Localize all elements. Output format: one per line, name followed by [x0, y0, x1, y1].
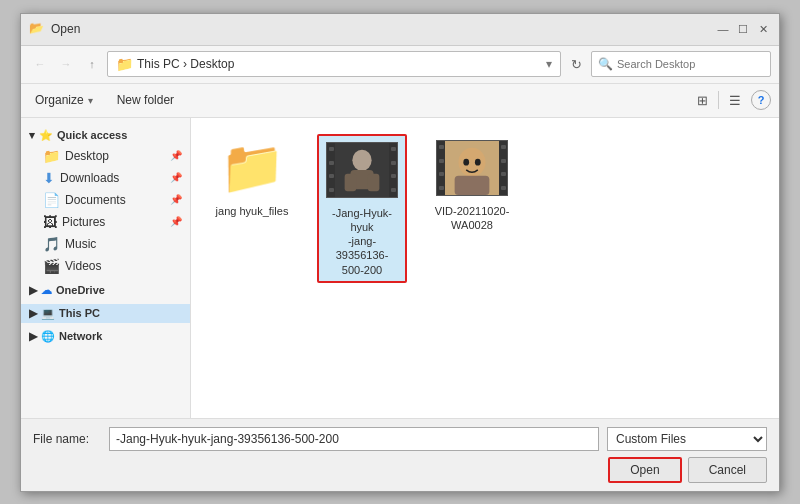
sidebar-item-label: Music — [65, 237, 96, 251]
pin-icon-downloads: 📌 — [170, 172, 182, 183]
folder-thumbnail: 📁 — [216, 138, 288, 198]
onedrive-expand-icon: ▶ — [29, 284, 37, 297]
network-expand-icon: ▶ — [29, 330, 37, 343]
dialog-title: Open — [51, 22, 80, 36]
video-label-selected: -Jang-Hyuk-hyuk-jang-39356136-500-200 — [323, 206, 401, 277]
film-strip-left — [327, 143, 335, 197]
sidebar-item-documents[interactable]: 📄 Documents 📌 — [21, 189, 190, 211]
sidebar-item-label: Videos — [65, 259, 101, 273]
film-strip-right-2 — [499, 141, 507, 195]
filename-label: File name: — [33, 432, 101, 446]
downloads-icon: ⬇ — [43, 170, 55, 186]
help-button[interactable]: ? — [751, 90, 771, 110]
open-button[interactable]: Open — [608, 457, 681, 483]
film-strip-right — [389, 143, 397, 197]
organize-dropdown-icon: ▾ — [88, 95, 93, 106]
svg-rect-3 — [345, 173, 357, 190]
pictures-icon: 🖼 — [43, 214, 57, 230]
pin-icon: 📌 — [170, 150, 182, 161]
sidebar: ▾ ⭐ Quick access 📁 Desktop 📌 ⬇ Downloads… — [21, 118, 191, 418]
file-area: 📁 jang hyuk_files — [191, 118, 779, 418]
onedrive-label: OneDrive — [56, 284, 105, 296]
svg-point-8 — [475, 158, 481, 165]
filename-input[interactable] — [109, 427, 599, 451]
music-icon: 🎵 — [43, 236, 60, 252]
sidebar-item-label: Pictures — [62, 215, 105, 229]
back-button[interactable]: ← — [29, 53, 51, 75]
sidebar-item-label: Downloads — [60, 171, 119, 185]
videos-icon: 🎬 — [43, 258, 60, 274]
file-item-vid-20211020[interactable]: VID-20211020-WA0028 — [427, 134, 517, 237]
sidebar-item-music[interactable]: 🎵 Music — [21, 233, 190, 255]
search-input[interactable] — [617, 58, 764, 70]
svg-rect-4 — [368, 173, 380, 190]
breadcrumb-dropdown[interactable]: ▾ — [546, 57, 552, 71]
video-thumbnail-selected — [326, 140, 398, 200]
folder-label: jang hyuk_files — [216, 204, 289, 218]
pin-icon-documents: 📌 — [170, 194, 182, 205]
content-area: ▾ ⭐ Quick access 📁 Desktop 📌 ⬇ Downloads… — [21, 118, 779, 418]
this-pc-icon: 💻 — [41, 307, 55, 320]
sidebar-item-videos[interactable]: 🎬 Videos — [21, 255, 190, 277]
cancel-button[interactable]: Cancel — [688, 457, 767, 483]
view-grid-button[interactable]: ⊞ — [690, 88, 714, 112]
video-frame-2 — [445, 141, 499, 195]
video-frame — [335, 143, 389, 197]
video-label-2: VID-20211020-WA0028 — [431, 204, 513, 233]
new-folder-button[interactable]: New folder — [111, 91, 180, 109]
film-strip-left-2 — [437, 141, 445, 195]
file-item-folder[interactable]: 📁 jang hyuk_files — [207, 134, 297, 222]
up-button[interactable]: ↑ — [81, 53, 103, 75]
svg-point-7 — [463, 158, 469, 165]
view-separator — [718, 91, 719, 109]
sidebar-item-label: Desktop — [65, 149, 109, 163]
breadcrumb-path: This PC › Desktop — [137, 57, 542, 71]
navigation-bar: ← → ↑ 📁 This PC › Desktop ▾ ↻ 🔍 — [21, 46, 779, 84]
dialog-icon: 📂 — [29, 21, 45, 37]
network-icon: 🌐 — [41, 330, 55, 343]
close-button[interactable]: ✕ — [755, 21, 771, 37]
filename-row: File name: Custom Files — [33, 427, 767, 451]
organize-button[interactable]: Organize ▾ — [29, 91, 99, 109]
pin-icon-pictures: 📌 — [170, 216, 182, 227]
quick-access-label: Quick access — [57, 129, 127, 141]
sidebar-item-label: Documents — [65, 193, 126, 207]
forward-button[interactable]: → — [55, 53, 77, 75]
sidebar-header-this-pc[interactable]: ▶ 💻 This PC — [21, 304, 190, 323]
sidebar-item-downloads[interactable]: ⬇ Downloads 📌 — [21, 167, 190, 189]
organize-label: Organize — [35, 93, 84, 107]
title-bar: 📂 Open — ☐ ✕ — [21, 14, 779, 46]
svg-point-1 — [352, 149, 371, 170]
quick-access-expand-icon: ▾ — [29, 129, 35, 142]
quick-access-icon: ⭐ — [39, 129, 53, 142]
minimize-button[interactable]: — — [715, 21, 731, 37]
file-item-jang-hyuk-video[interactable]: -Jang-Hyuk-hyuk-jang-39356136-500-200 — [317, 134, 407, 283]
svg-rect-9 — [455, 175, 490, 194]
this-pc-label: This PC — [59, 307, 100, 319]
sidebar-header-quick-access[interactable]: ▾ ⭐ Quick access — [21, 126, 190, 145]
refresh-button[interactable]: ↻ — [565, 53, 587, 75]
action-row: Open Cancel — [33, 457, 767, 483]
bottom-bar: File name: Custom Files Open Cancel — [21, 418, 779, 491]
search-bar: 🔍 — [591, 51, 771, 77]
sidebar-section-onedrive: ▶ ☁ OneDrive — [21, 281, 190, 300]
filetype-select[interactable]: Custom Files — [607, 427, 767, 451]
folder-icon-large: 📁 — [220, 137, 285, 198]
sidebar-header-onedrive[interactable]: ▶ ☁ OneDrive — [21, 281, 190, 300]
sidebar-item-desktop[interactable]: 📁 Desktop 📌 — [21, 145, 190, 167]
breadcrumb-bar[interactable]: 📁 This PC › Desktop ▾ — [107, 51, 561, 77]
sidebar-header-network[interactable]: ▶ 🌐 Network — [21, 327, 190, 346]
window-controls: — ☐ ✕ — [715, 21, 771, 37]
sidebar-item-pictures[interactable]: 🖼 Pictures 📌 — [21, 211, 190, 233]
maximize-button[interactable]: ☐ — [735, 21, 751, 37]
breadcrumb-folder-icon: 📁 — [116, 56, 133, 72]
this-pc-expand-icon: ▶ — [29, 307, 37, 320]
sidebar-section-this-pc: ▶ 💻 This PC — [21, 304, 190, 323]
sidebar-section-network: ▶ 🌐 Network — [21, 327, 190, 346]
view-list-button[interactable]: ☰ — [723, 88, 747, 112]
sidebar-section-quick-access: ▾ ⭐ Quick access 📁 Desktop 📌 ⬇ Downloads… — [21, 126, 190, 277]
search-icon: 🔍 — [598, 57, 613, 71]
new-folder-label: New folder — [117, 93, 174, 107]
desktop-folder-icon: 📁 — [43, 148, 60, 164]
video-thumbnail-2 — [436, 138, 508, 198]
